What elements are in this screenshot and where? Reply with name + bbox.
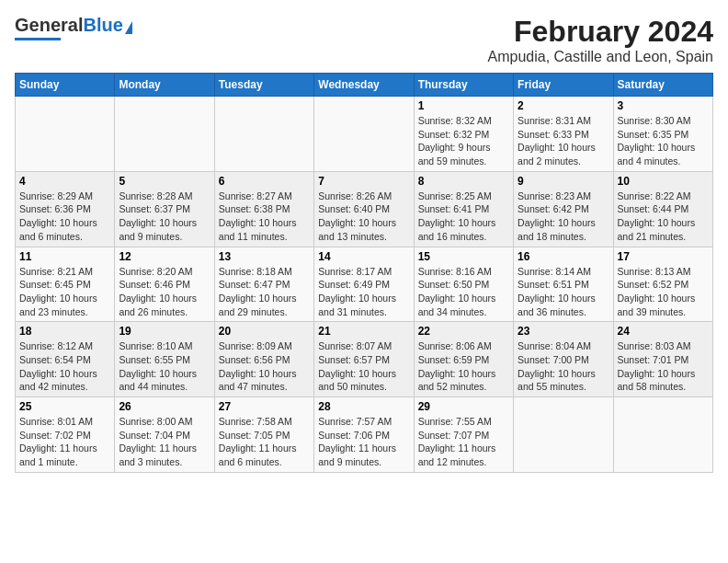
day-info: Sunrise: 8:09 AM Sunset: 6:56 PM Dayligh…: [219, 339, 310, 394]
table-row: 23Sunrise: 8:04 AM Sunset: 7:00 PM Dayli…: [514, 322, 613, 397]
day-number: 22: [418, 325, 509, 338]
day-number: 5: [119, 175, 210, 188]
day-number: 16: [518, 250, 609, 263]
day-number: 8: [418, 175, 509, 188]
table-row: [115, 97, 214, 172]
table-row: [214, 97, 313, 172]
day-number: 13: [219, 250, 310, 263]
header-monday: Monday: [115, 74, 214, 97]
day-info: Sunrise: 8:30 AM Sunset: 6:35 PM Dayligh…: [618, 114, 709, 168]
table-row: 20Sunrise: 8:09 AM Sunset: 6:56 PM Dayli…: [214, 322, 313, 397]
table-row: 22Sunrise: 8:06 AM Sunset: 6:59 PM Dayli…: [414, 322, 513, 397]
table-row: 25Sunrise: 8:01 AM Sunset: 7:02 PM Dayli…: [16, 397, 115, 473]
day-info: Sunrise: 8:22 AM Sunset: 6:44 PM Dayligh…: [618, 190, 709, 244]
table-row: 8Sunrise: 8:25 AM Sunset: 6:41 PM Daylig…: [414, 171, 513, 247]
day-number: 17: [618, 250, 709, 263]
day-info: Sunrise: 8:27 AM Sunset: 6:38 PM Dayligh…: [219, 190, 310, 244]
day-info: Sunrise: 8:04 AM Sunset: 7:00 PM Dayligh…: [518, 339, 609, 394]
day-info: Sunrise: 8:20 AM Sunset: 6:46 PM Dayligh…: [119, 265, 210, 319]
table-row: 26Sunrise: 8:00 AM Sunset: 7:04 PM Dayli…: [115, 397, 214, 473]
day-info: Sunrise: 8:17 AM Sunset: 6:49 PM Dayligh…: [318, 265, 409, 319]
table-row: 18Sunrise: 8:12 AM Sunset: 6:54 PM Dayli…: [16, 322, 115, 397]
day-number: 27: [219, 400, 310, 413]
table-row: 11Sunrise: 8:21 AM Sunset: 6:45 PM Dayli…: [16, 247, 115, 322]
table-row: 19Sunrise: 8:10 AM Sunset: 6:55 PM Dayli…: [115, 322, 214, 397]
table-row: [16, 97, 115, 172]
week-row-2: 4Sunrise: 8:29 AM Sunset: 6:36 PM Daylig…: [16, 171, 713, 247]
day-info: Sunrise: 8:10 AM Sunset: 6:55 PM Dayligh…: [119, 339, 210, 394]
day-info: Sunrise: 8:12 AM Sunset: 6:54 PM Dayligh…: [19, 339, 110, 394]
logo-general-text: General: [15, 15, 83, 35]
calendar-header: SundayMondayTuesdayWednesdayThursdayFrid…: [16, 74, 713, 97]
day-number: 1: [418, 99, 509, 112]
day-number: 6: [219, 175, 310, 188]
day-number: 10: [618, 175, 709, 188]
table-row: 7Sunrise: 8:26 AM Sunset: 6:40 PM Daylig…: [314, 171, 414, 247]
day-number: 12: [119, 250, 210, 263]
header-tuesday: Tuesday: [214, 74, 313, 97]
day-number: 28: [318, 400, 409, 413]
table-row: 2Sunrise: 8:31 AM Sunset: 6:33 PM Daylig…: [514, 97, 613, 172]
day-info: Sunrise: 7:55 AM Sunset: 7:07 PM Dayligh…: [418, 415, 509, 469]
table-row: 5Sunrise: 8:28 AM Sunset: 6:37 PM Daylig…: [115, 171, 214, 247]
day-info: Sunrise: 8:31 AM Sunset: 6:33 PM Dayligh…: [518, 114, 609, 168]
day-number: 29: [418, 400, 509, 413]
day-info: Sunrise: 8:16 AM Sunset: 6:50 PM Dayligh…: [418, 265, 509, 319]
day-number: 9: [518, 175, 609, 188]
day-number: 2: [518, 99, 609, 112]
table-row: 14Sunrise: 8:17 AM Sunset: 6:49 PM Dayli…: [314, 247, 414, 322]
table-row: 15Sunrise: 8:16 AM Sunset: 6:50 PM Dayli…: [414, 247, 513, 322]
day-info: Sunrise: 8:03 AM Sunset: 7:01 PM Dayligh…: [618, 339, 709, 394]
day-number: 4: [19, 175, 110, 188]
day-info: Sunrise: 8:25 AM Sunset: 6:41 PM Dayligh…: [418, 190, 509, 244]
week-row-3: 11Sunrise: 8:21 AM Sunset: 6:45 PM Dayli…: [16, 247, 713, 322]
day-number: 15: [418, 250, 509, 263]
day-number: 21: [318, 325, 409, 338]
day-number: 3: [618, 99, 709, 112]
logo: GeneralBlue: [15, 15, 132, 40]
week-row-4: 18Sunrise: 8:12 AM Sunset: 6:54 PM Dayli…: [16, 322, 713, 397]
table-row: 13Sunrise: 8:18 AM Sunset: 6:47 PM Dayli…: [214, 247, 313, 322]
day-number: 7: [318, 175, 409, 188]
table-row: [514, 397, 613, 473]
day-info: Sunrise: 8:28 AM Sunset: 6:37 PM Dayligh…: [119, 190, 210, 244]
day-info: Sunrise: 8:07 AM Sunset: 6:57 PM Dayligh…: [318, 339, 409, 394]
day-info: Sunrise: 7:58 AM Sunset: 7:05 PM Dayligh…: [219, 415, 310, 469]
table-row: 10Sunrise: 8:22 AM Sunset: 6:44 PM Dayli…: [613, 171, 712, 247]
header-saturday: Saturday: [613, 74, 712, 97]
title-section: February 2024 Ampudia, Castille and Leon…: [488, 15, 714, 65]
day-number: 23: [518, 325, 609, 338]
table-row: 21Sunrise: 8:07 AM Sunset: 6:57 PM Dayli…: [314, 322, 414, 397]
day-info: Sunrise: 8:13 AM Sunset: 6:52 PM Dayligh…: [618, 265, 709, 319]
day-number: 11: [19, 250, 110, 263]
day-info: Sunrise: 8:23 AM Sunset: 6:42 PM Dayligh…: [518, 190, 609, 244]
day-number: 24: [618, 325, 709, 338]
table-row: 24Sunrise: 8:03 AM Sunset: 7:01 PM Dayli…: [613, 322, 712, 397]
table-row: 1Sunrise: 8:32 AM Sunset: 6:32 PM Daylig…: [414, 97, 513, 172]
table-row: 3Sunrise: 8:30 AM Sunset: 6:35 PM Daylig…: [613, 97, 712, 172]
header-sunday: Sunday: [16, 74, 115, 97]
week-row-5: 25Sunrise: 8:01 AM Sunset: 7:02 PM Dayli…: [16, 397, 713, 473]
day-info: Sunrise: 8:06 AM Sunset: 6:59 PM Dayligh…: [418, 339, 509, 394]
day-info: Sunrise: 8:14 AM Sunset: 6:51 PM Dayligh…: [518, 265, 609, 319]
day-number: 18: [19, 325, 110, 338]
header-friday: Friday: [514, 74, 613, 97]
header-wednesday: Wednesday: [314, 74, 414, 97]
logo-triangle-icon: [125, 21, 132, 34]
day-number: 25: [19, 400, 110, 413]
day-info: Sunrise: 8:01 AM Sunset: 7:02 PM Dayligh…: [19, 415, 110, 469]
day-number: 20: [219, 325, 310, 338]
table-row: [613, 397, 712, 473]
table-row: 29Sunrise: 7:55 AM Sunset: 7:07 PM Dayli…: [414, 397, 513, 473]
logo-blue-text: Blue: [83, 15, 122, 35]
day-info: Sunrise: 8:26 AM Sunset: 6:40 PM Dayligh…: [318, 190, 409, 244]
page-title: February 2024: [488, 15, 714, 49]
page-header: GeneralBlue February 2024 Ampudia, Casti…: [15, 15, 713, 65]
table-row: 16Sunrise: 8:14 AM Sunset: 6:51 PM Dayli…: [514, 247, 613, 322]
day-number: 19: [119, 325, 210, 338]
week-row-1: 1Sunrise: 8:32 AM Sunset: 6:32 PM Daylig…: [16, 97, 713, 172]
table-row: 4Sunrise: 8:29 AM Sunset: 6:36 PM Daylig…: [16, 171, 115, 247]
page-subtitle: Ampudia, Castille and Leon, Spain: [488, 49, 714, 65]
day-number: 26: [119, 400, 210, 413]
day-info: Sunrise: 8:18 AM Sunset: 6:47 PM Dayligh…: [219, 265, 310, 319]
